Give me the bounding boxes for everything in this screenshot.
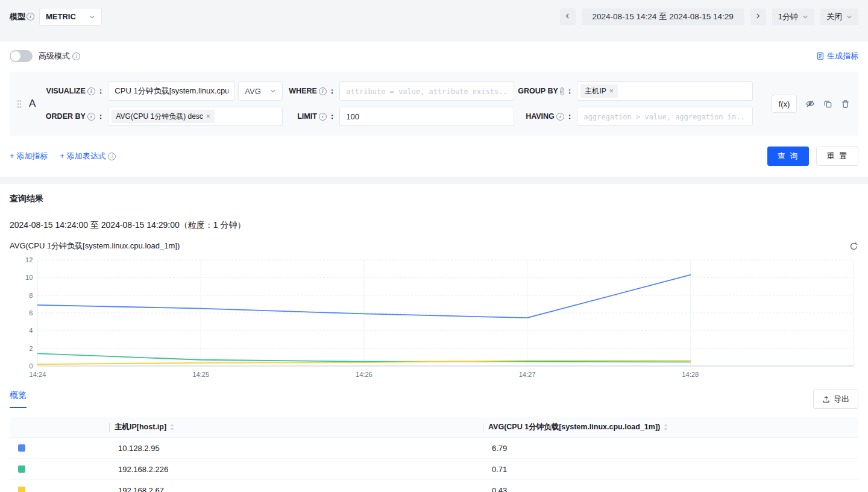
export-icon: [822, 396, 830, 403]
tab-overview[interactable]: 概览: [10, 390, 27, 408]
chart-title: AVG(CPU 1分钟负载[system.linux.cpu.load_1m]): [10, 241, 180, 251]
info-icon: i: [556, 113, 564, 121]
model-type-value: METRIC: [46, 12, 76, 21]
add-metric-link[interactable]: + 添加指标: [10, 151, 48, 162]
info-icon: i: [87, 113, 95, 121]
advanced-mode-label: 高级模式: [39, 51, 70, 62]
visualize-metric-input[interactable]: [108, 81, 235, 101]
group-by-tag: 主机IP ×: [580, 84, 617, 98]
function-button[interactable]: f(x): [772, 95, 797, 113]
delete-query-button[interactable]: [841, 99, 850, 109]
info-icon: i: [319, 87, 327, 95]
info-icon: i: [108, 153, 116, 160]
advanced-mode-toggle[interactable]: [10, 50, 33, 62]
avg-value-header: AVG(CPU 1分钟负载[system.linux.cpu.load_1m]): [483, 422, 858, 432]
series-swatch: [18, 444, 25, 452]
close-icon[interactable]: ×: [206, 112, 210, 121]
chevron-down-icon: [89, 14, 95, 20]
export-button[interactable]: 导出: [813, 390, 858, 409]
svg-text:14:25: 14:25: [192, 371, 209, 378]
chevron-right-icon: [755, 12, 761, 21]
order-by-input[interactable]: AVG(CPU 1分钟负载) desc ×: [108, 107, 283, 126]
model-label: 模型 i: [10, 11, 34, 22]
time-prev-button[interactable]: [560, 8, 576, 25]
chevron-down-icon: [802, 14, 808, 20]
table-row[interactable]: 192.168.2.67 0.43: [10, 480, 858, 492]
results-time-range: 2024-08-15 14:24:00 至 2024-08-15 14:29:0…: [10, 220, 858, 231]
model-label-text: 模型: [10, 11, 25, 22]
query-builder-card: 高级模式 i 生成指标 A VISUALIZE i ：: [0, 42, 868, 177]
host-ip-header: 主机IP[host.ip]: [109, 422, 483, 432]
table-row[interactable]: 192.168.2.226 0.71: [10, 459, 858, 480]
query-button[interactable]: 查 询: [767, 147, 810, 166]
group-by-input[interactable]: 主机IP ×: [577, 81, 753, 101]
svg-text:6: 6: [29, 309, 33, 317]
chevron-down-icon: [846, 14, 852, 20]
line-chart: 02468101214:2414:2514:2614:2714:28: [10, 255, 858, 383]
where-input[interactable]: [339, 81, 514, 101]
close-icon[interactable]: ×: [609, 87, 614, 95]
order-by-tag: AVG(CPU 1分钟负载) desc ×: [112, 110, 214, 123]
info-icon: i: [87, 87, 95, 95]
series-swatch: [18, 465, 25, 473]
results-table: 主机IP[host.ip] AVG(CPU 1分钟负载[system.linux…: [10, 417, 858, 492]
granularity-value: 1分钟: [778, 11, 798, 22]
table-body: 10.128.2.95 6.79 192.168.2.226 0.71 192.…: [10, 438, 858, 492]
info-icon: i: [27, 13, 34, 20]
svg-text:12: 12: [25, 256, 33, 263]
value-cell: 6.79: [483, 444, 858, 453]
document-icon: [816, 52, 825, 60]
auto-refresh-select[interactable]: 关闭: [820, 8, 858, 25]
having-label: HAVING i ：: [518, 112, 573, 122]
add-expression-link[interactable]: + 添加表达式 i: [60, 151, 116, 162]
svg-text:14:24: 14:24: [30, 371, 46, 378]
query-results-card: 查询结果 2024-08-15 14:24:00 至 2024-08-15 14…: [0, 184, 868, 492]
svg-text:14:27: 14:27: [519, 371, 536, 378]
model-type-select[interactable]: METRIC: [39, 8, 102, 26]
chevron-down-icon: [270, 88, 276, 94]
export-label: 导出: [834, 394, 849, 405]
auto-refresh-value: 关闭: [826, 11, 842, 22]
results-title: 查询结果: [10, 194, 858, 204]
having-input[interactable]: [577, 107, 753, 126]
aggregation-value: AVG: [245, 87, 261, 96]
info-icon: i: [72, 52, 80, 60]
hide-series-button[interactable]: [805, 99, 815, 109]
aggregation-select[interactable]: AVG: [238, 81, 283, 101]
svg-text:8: 8: [29, 292, 33, 299]
reset-button[interactable]: 重 置: [816, 147, 858, 166]
trash-icon: [841, 99, 850, 109]
eye-off-icon: [805, 99, 815, 109]
host-ip-cell: 10.128.2.95: [109, 444, 483, 453]
drag-handle-icon[interactable]: [17, 99, 22, 109]
granularity-select[interactable]: 1分钟: [772, 8, 814, 25]
svg-text:2: 2: [29, 345, 33, 352]
series-swatch: [18, 487, 25, 492]
sort-icon[interactable]: [663, 423, 668, 432]
value-cell: 0.71: [483, 465, 858, 474]
host-ip-cell: 192.168.2.67: [109, 486, 483, 492]
chart-reset-button[interactable]: [849, 242, 858, 251]
duplicate-query-button[interactable]: [823, 99, 832, 109]
table-header-row: 主机IP[host.ip] AVG(CPU 1分钟负载[system.linux…: [10, 417, 858, 438]
visualize-label: VISUALIZE i ：: [43, 86, 104, 96]
svg-text:14:28: 14:28: [682, 371, 699, 378]
table-row[interactable]: 10.128.2.95 6.79: [10, 438, 858, 459]
time-range-picker[interactable]: 2024-08-15 14:24 至 2024-08-15 14:29: [582, 8, 744, 25]
svg-text:4: 4: [29, 327, 33, 334]
sort-icon[interactable]: [169, 423, 175, 432]
time-next-button[interactable]: [750, 8, 766, 25]
query-letter: A: [29, 98, 36, 110]
info-icon: i: [319, 113, 327, 121]
generate-metric-label: 生成指标: [827, 51, 858, 62]
group-by-label: GROUP BY i ：: [518, 86, 573, 96]
where-label: WHERE i ：: [286, 86, 336, 96]
copy-icon: [823, 99, 832, 109]
svg-text:0: 0: [29, 362, 33, 370]
limit-label: LIMIT i ：: [286, 112, 336, 122]
svg-text:14:26: 14:26: [356, 371, 373, 378]
host-ip-cell: 192.168.2.226: [109, 465, 483, 474]
generate-metric-link[interactable]: 生成指标: [816, 51, 858, 62]
reset-zoom-icon: [849, 242, 858, 251]
limit-input[interactable]: [339, 107, 514, 126]
